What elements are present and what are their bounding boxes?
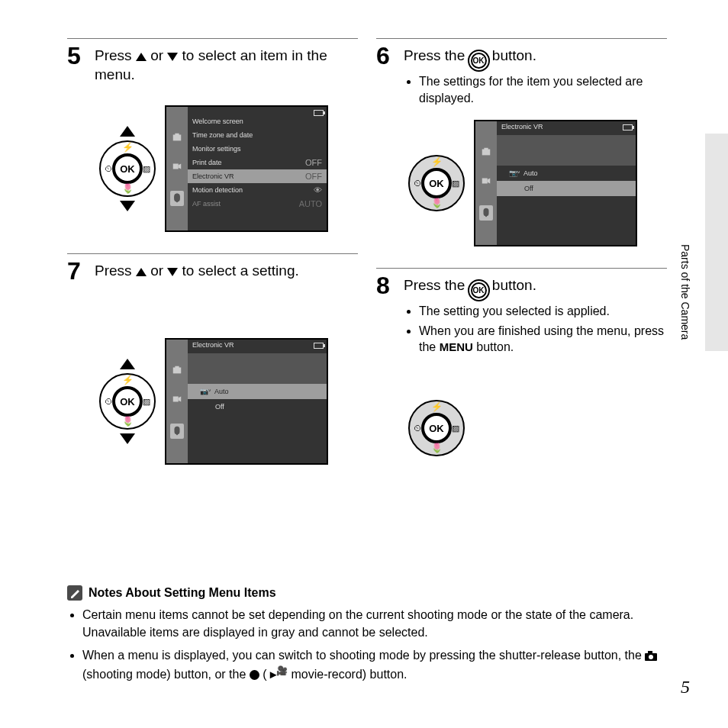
- menu-item: AF assistAUTO: [188, 197, 327, 211]
- svg-text:OK: OK: [120, 163, 135, 175]
- svg-rect-35: [482, 149, 491, 155]
- svg-text:🌷: 🌷: [122, 415, 134, 427]
- svg-text:⏲: ⏲: [414, 179, 422, 188]
- svg-text:OK: OK: [429, 423, 444, 434]
- option-item: 📷ᵛ Auto: [497, 166, 636, 181]
- svg-rect-10: [175, 133, 179, 135]
- movie-record-icon: ▸🎥: [270, 668, 288, 681]
- svg-text:🌷: 🌷: [122, 182, 134, 194]
- note-item: Certain menu items cannot be set dependi…: [82, 607, 667, 641]
- svg-rect-9: [173, 134, 182, 140]
- svg-marker-14: [120, 359, 135, 369]
- svg-rect-27: [176, 433, 178, 436]
- svg-rect-39: [485, 214, 487, 217]
- svg-marker-12: [179, 164, 182, 169]
- svg-marker-1: [120, 201, 135, 211]
- svg-text:⏲: ⏲: [105, 397, 113, 406]
- svg-text:⚡: ⚡: [431, 401, 443, 412]
- step-5: 5 Press or to select an item in the menu…: [67, 38, 358, 240]
- svg-text:OK: OK: [429, 178, 444, 189]
- svg-text:⏲: ⏲: [414, 424, 422, 433]
- multi-selector-ok-icon: OK ⚡ 🌷 ⏲ ▨: [407, 398, 466, 458]
- svg-text:🌷: 🌷: [431, 442, 443, 453]
- svg-marker-15: [120, 433, 135, 444]
- multi-selector-updown-icon: OK ⚡ 🌷 ⏲ ▨: [98, 126, 157, 211]
- svg-rect-36: [484, 147, 488, 150]
- notes-section: Notes About Setting Menu Items Certain m…: [67, 585, 667, 683]
- section-tab: [705, 134, 728, 351]
- step-number: 7: [67, 259, 85, 283]
- up-arrow-icon: [136, 268, 147, 276]
- step-number: 5: [67, 43, 85, 68]
- option-item: Off: [188, 399, 327, 414]
- ok-button-icon: OK: [471, 53, 487, 69]
- svg-text:▨: ▨: [452, 179, 459, 188]
- svg-text:▨: ▨: [452, 424, 459, 433]
- svg-rect-24: [175, 366, 179, 368]
- svg-rect-23: [173, 367, 182, 373]
- menu-item: Welcome screen: [188, 114, 327, 128]
- step-7: 7 Press or to select a setting. OK ⚡ 🌷: [67, 253, 358, 472]
- svg-text:⚡: ⚡: [122, 374, 134, 385]
- svg-text:⚡: ⚡: [122, 141, 134, 153]
- screen-title: Electronic VR: [497, 121, 636, 135]
- step-number: 8: [376, 273, 395, 298]
- battery-icon: [314, 110, 324, 116]
- step-detail-list: The settings for the item you selected a…: [407, 73, 667, 106]
- down-arrow-icon: [167, 268, 178, 276]
- menu-item: Time zone and date: [188, 128, 327, 142]
- battery-icon: [623, 124, 633, 130]
- page-number: 5: [681, 677, 690, 697]
- multi-selector-updown-icon: OK ⚡ 🌷 ⏲ ▨: [98, 359, 157, 444]
- svg-rect-48: [648, 651, 652, 654]
- svg-text:🌷: 🌷: [431, 197, 443, 208]
- menu-item: Monitor settings: [188, 142, 327, 156]
- menu-button-label: MENU: [440, 340, 473, 353]
- step-number: 6: [376, 43, 395, 68]
- menu-item: Print dateOFF: [188, 156, 327, 169]
- svg-marker-0: [120, 126, 135, 137]
- option-selected: Off: [497, 181, 636, 196]
- camera-screen-option: Electronic VR 📷ᵛ Auto Off: [474, 120, 637, 246]
- svg-marker-38: [488, 179, 491, 184]
- up-arrow-icon: [136, 53, 147, 61]
- step-6: 6 Press the OK button. The settings for …: [376, 38, 667, 254]
- ok-button-icon: OK: [471, 282, 487, 298]
- svg-marker-26: [179, 397, 182, 402]
- svg-rect-13: [176, 201, 178, 203]
- menu-item-selected: Electronic VROFF: [188, 169, 327, 183]
- record-button-icon: [250, 670, 259, 680]
- step-instruction: Press the OK button.: [404, 47, 536, 69]
- notes-title: Notes About Setting Menu Items: [89, 586, 276, 600]
- step-instruction: Press or to select a setting.: [95, 262, 299, 281]
- battery-icon: [314, 343, 324, 349]
- step-instruction: Press or to select an item in the menu.: [95, 47, 358, 84]
- pencil-note-icon: [67, 585, 82, 601]
- svg-point-49: [649, 655, 653, 659]
- step-instruction: Press the OK button.: [404, 276, 536, 298]
- svg-text:OK: OK: [120, 396, 135, 407]
- menu-item: Motion detection👁: [188, 183, 327, 197]
- svg-rect-11: [173, 164, 179, 169]
- svg-text:▨: ▨: [143, 397, 150, 406]
- section-label: Parts of the Camera: [679, 244, 691, 340]
- camera-icon: [645, 649, 657, 665]
- svg-rect-37: [482, 179, 488, 184]
- screen-title: Electronic VR: [188, 340, 327, 353]
- step-8: 8 Press the OK button. The setting you s…: [376, 268, 667, 465]
- camera-screen-option: Electronic VR 📷ᵛ Auto Off: [165, 338, 328, 465]
- option-selected: 📷ᵛ Auto: [188, 384, 327, 399]
- note-item: When a menu is displayed, you can switch…: [82, 647, 667, 683]
- camera-screen-menu: Welcome screen Time zone and date Monito…: [165, 105, 328, 232]
- svg-rect-25: [173, 397, 179, 402]
- svg-text:⚡: ⚡: [431, 156, 443, 167]
- multi-selector-ok-icon: OK ⚡ 🌷 ⏲ ▨: [407, 153, 466, 213]
- svg-text:⏲: ⏲: [105, 164, 113, 173]
- down-arrow-icon: [167, 53, 178, 61]
- step-detail-list: The setting you selected is applied. Whe…: [407, 303, 667, 356]
- svg-text:▨: ▨: [143, 164, 150, 173]
